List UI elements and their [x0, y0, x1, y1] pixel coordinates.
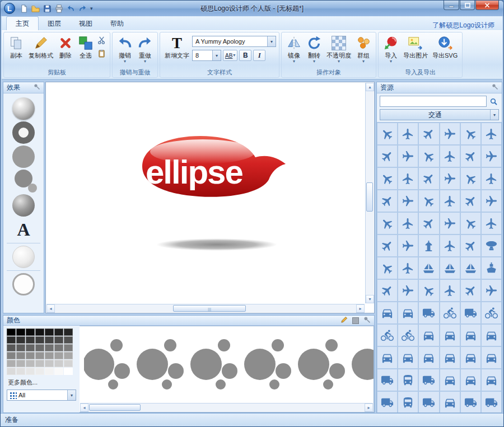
- blimp-icon[interactable]: [481, 234, 502, 257]
- opacity-button[interactable]: 不透明度 ▾: [325, 34, 353, 65]
- color-swatch[interactable]: [16, 344, 25, 351]
- plane-icon[interactable]: [398, 145, 418, 167]
- add-text-button[interactable]: T 新增文字: [163, 34, 191, 60]
- sailboat-icon[interactable]: [440, 257, 460, 279]
- plane-icon[interactable]: [418, 190, 439, 212]
- color-swatch[interactable]: [35, 344, 44, 351]
- color-swatch[interactable]: [7, 360, 16, 367]
- copy-button[interactable]: 副本: [7, 34, 26, 60]
- chevron-down-icon[interactable]: ▾: [313, 59, 315, 64]
- import-button[interactable]: 导入 ▾: [381, 34, 400, 65]
- bus-icon[interactable]: [398, 369, 418, 391]
- italic-button[interactable]: I: [253, 50, 265, 61]
- color-swatch[interactable]: [7, 336, 16, 344]
- color-swatch[interactable]: [16, 336, 25, 344]
- bold-button[interactable]: B: [239, 50, 251, 61]
- scroll-right-icon[interactable]: ▸: [365, 403, 373, 412]
- mirror-button[interactable]: 镜像 ▾: [284, 34, 304, 65]
- chevron-down-icon[interactable]: ▾: [362, 59, 365, 64]
- plane-icon[interactable]: [481, 123, 502, 145]
- jet-icon[interactable]: [377, 212, 398, 234]
- car-icon[interactable]: [440, 391, 460, 412]
- color-swatch[interactable]: [35, 368, 44, 375]
- color-filter-select[interactable]: All ▾: [7, 390, 76, 401]
- chevron-down-icon[interactable]: ▾: [124, 59, 126, 64]
- plane-icon[interactable]: [481, 190, 502, 212]
- plane-icon[interactable]: [377, 234, 398, 257]
- delete-button[interactable]: 删除: [56, 34, 75, 60]
- undo-button[interactable]: 撤销 ▾: [115, 34, 134, 65]
- chevron-down-icon[interactable]: ▾: [293, 59, 295, 64]
- edit-pencil-icon[interactable]: [340, 316, 348, 325]
- color-swatch[interactable]: [64, 352, 73, 359]
- export-svg-button[interactable]: 导出SVG: [431, 34, 459, 60]
- plane-icon[interactable]: [460, 234, 481, 257]
- tab-help[interactable]: 帮助: [101, 17, 133, 30]
- tractor-icon[interactable]: [481, 391, 502, 412]
- ring-effect-item[interactable]: [12, 121, 35, 144]
- bicycle-icon[interactable]: [377, 324, 398, 346]
- plane-icon[interactable]: [398, 212, 418, 234]
- learn-more-link[interactable]: 了解硕思Logo设计师: [432, 21, 498, 30]
- plane-icon[interactable]: [377, 145, 398, 167]
- scroll-left-icon[interactable]: ◂: [46, 304, 55, 313]
- car-icon[interactable]: [418, 324, 439, 346]
- plane-icon[interactable]: [440, 190, 460, 212]
- plane-icon[interactable]: [460, 212, 481, 234]
- group-button[interactable]: 群组 ▾: [354, 34, 373, 65]
- car-icon[interactable]: [481, 324, 502, 346]
- color-swatch[interactable]: [16, 368, 25, 375]
- plane-icon[interactable]: [440, 279, 460, 302]
- scooter-icon[interactable]: [398, 324, 418, 346]
- tab-layers[interactable]: 图层: [39, 17, 70, 30]
- color-swatch[interactable]: [26, 336, 35, 344]
- delivery-truck-icon[interactable]: [418, 302, 439, 324]
- color-swatch[interactable]: [45, 336, 54, 344]
- color-swatch[interactable]: [16, 360, 25, 367]
- chevron-down-icon[interactable]: ▾: [144, 59, 146, 64]
- car-icon[interactable]: [377, 302, 398, 324]
- van-icon[interactable]: [418, 369, 439, 391]
- color-swatch[interactable]: [45, 329, 54, 336]
- color-swatch[interactable]: [54, 352, 63, 359]
- pattern-horizontal-scrollbar[interactable]: ◂ ▸: [80, 403, 373, 411]
- logo-graphic[interactable]: ellipse: [136, 132, 304, 257]
- scroll-right-icon[interactable]: ▸: [356, 304, 365, 313]
- redo-button[interactable]: 重做 ▾: [136, 34, 155, 65]
- plane-icon[interactable]: [398, 167, 418, 190]
- carriage-icon[interactable]: [460, 302, 481, 324]
- sailboat-icon[interactable]: [418, 257, 439, 279]
- scroll-left-icon[interactable]: ◂: [80, 403, 88, 412]
- select-all-button[interactable]: 全选: [76, 34, 95, 60]
- pattern-preview[interactable]: ◂ ▸: [80, 326, 374, 412]
- color-swatch[interactable]: [26, 360, 35, 367]
- car-icon[interactable]: [398, 346, 418, 369]
- color-swatch[interactable]: [7, 352, 16, 359]
- car-icon[interactable]: [440, 346, 460, 369]
- color-swatch[interactable]: [45, 344, 54, 351]
- plane-icon[interactable]: [377, 167, 398, 190]
- car-icon[interactable]: [481, 346, 502, 369]
- tab-view[interactable]: 视图: [70, 17, 101, 30]
- plane-icon[interactable]: [440, 167, 460, 190]
- horizontal-scroll-thumb[interactable]: |||: [173, 305, 246, 312]
- text-case-button[interactable]: AB ▾: [223, 50, 237, 61]
- letter-effect-item[interactable]: A: [12, 218, 35, 241]
- font-family-select[interactable]: A Yummy Apology ▾: [192, 36, 276, 47]
- plane-icon[interactable]: [418, 212, 439, 234]
- resource-search-input[interactable]: [380, 96, 487, 107]
- color-swatch[interactable]: [26, 352, 35, 359]
- plane-icon[interactable]: [440, 234, 460, 257]
- plane-icon[interactable]: [398, 257, 418, 279]
- plane-icon[interactable]: [440, 145, 460, 167]
- minimize-button[interactable]: [444, 1, 459, 10]
- plane-icon[interactable]: [481, 167, 502, 190]
- canvas-vertical-scrollbar[interactable]: ▴ ▾: [365, 83, 374, 303]
- print-icon[interactable]: [54, 3, 64, 13]
- scroll-down-icon[interactable]: ▾: [366, 295, 374, 303]
- tab-home[interactable]: 主页: [6, 16, 39, 30]
- jet-icon[interactable]: [460, 279, 481, 302]
- plane-icon[interactable]: [481, 212, 502, 234]
- plane-icon[interactable]: [460, 167, 481, 190]
- plane-icon[interactable]: [481, 145, 502, 167]
